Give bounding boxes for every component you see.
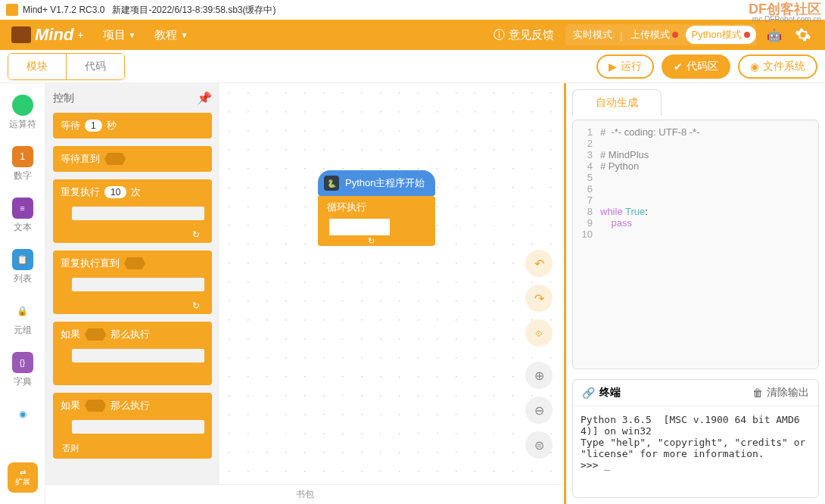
logo-icon (11, 26, 31, 43)
subbar: 模块 代码 ▶运行 ✔代码区 ◉文件系统 (0, 50, 825, 83)
mode-python[interactable]: Python模式 (686, 26, 756, 44)
cat-number[interactable]: 1数字 (12, 146, 33, 182)
settings-icon[interactable] (792, 24, 814, 45)
cat-label: 文本 (14, 221, 32, 234)
text-icon: ≡ (12, 198, 33, 219)
mode-realtime-label: 实时模式 (573, 28, 612, 42)
red-dot-icon (744, 32, 750, 38)
play-icon: ▶ (609, 61, 617, 73)
loop-arrow-icon: ↻ (363, 236, 379, 246)
cat-label: 运算符 (9, 118, 36, 131)
circle-icon: ◉ (750, 61, 759, 73)
cat-list[interactable]: 📋列表 (12, 249, 33, 285)
subtabs: 模块 代码 (8, 53, 125, 80)
block-mouth[interactable] (72, 278, 204, 291)
script-stack[interactable]: 🐍 Python主程序开始 循环执行 ↻ (318, 170, 435, 246)
clear-output-button[interactable]: 🗑 清除输出 (752, 386, 809, 400)
block-input[interactable]: 1 (85, 120, 102, 132)
hex-slot[interactable] (85, 328, 106, 341)
block-label: 秒 (107, 119, 117, 132)
app-name: Mind+ V1.7.2 RC3.0 (23, 5, 104, 15)
clear-label: 清除输出 (767, 386, 809, 400)
cat-text[interactable]: ≡文本 (12, 198, 33, 234)
set-icon: ◉ (12, 403, 33, 425)
hex-slot[interactable] (104, 153, 126, 165)
zoom-in-button[interactable]: ⊕ (525, 362, 553, 389)
menu-tutorial[interactable]: 教程 ▼ (154, 28, 188, 42)
filesystem-button[interactable]: ◉文件系统 (738, 54, 817, 79)
block-input[interactable]: 10 (104, 186, 126, 198)
cat-set[interactable]: ◉ (12, 403, 33, 425)
cat-tuple[interactable]: 🔒元组 (12, 300, 33, 337)
menu-tutorial-label: 教程 (154, 28, 177, 42)
block-palette: 控制 📌 等待 1 秒 等待直到 重复执行 10 次 ↻ 重复执行直到 (45, 83, 219, 504)
cat-label: 元组 (14, 324, 32, 337)
red-dot-icon (672, 32, 678, 38)
block-label: 如果 (61, 328, 80, 341)
loop-mouth[interactable] (329, 219, 390, 235)
block-if-else[interactable]: 如果 那么执行 否则 (53, 393, 212, 459)
autogen-tab[interactable]: 自动生成 (572, 89, 662, 116)
zoom-out-button[interactable]: ⊖ (525, 397, 553, 424)
mode-upload[interactable]: 上传模式 (623, 24, 686, 45)
block-label: 次 (131, 185, 141, 199)
logo[interactable]: Mind + (11, 25, 84, 45)
titlebar: Mind+ V1.7.2 RC3.0 新建项目-2022/6/13-8:39:5… (0, 0, 825, 20)
feedback-link[interactable]: ⓘ 意见反馈 (493, 28, 554, 42)
help-icon: ⓘ (493, 28, 505, 42)
robot-icon[interactable]: 🤖 (764, 24, 785, 45)
terminal-output[interactable]: Python 3.6.5 [MSC v.1900 64 bit AMD64)] … (573, 406, 818, 497)
zoom-controls: ⊕ ⊖ ⊜ (525, 362, 553, 459)
block-label: 如果 (61, 399, 80, 412)
block-wait-until[interactable]: 等待直到 (53, 146, 212, 172)
run-label: 运行 (621, 60, 642, 73)
code-view[interactable]: 1# -*- coding: UTF-8 -*-23# MindPlus4# P… (572, 120, 819, 369)
cat-dict[interactable]: {}字典 (12, 352, 33, 388)
forever-block[interactable]: 循环执行 ↻ (318, 196, 435, 246)
hat-block[interactable]: 🐍 Python主程序开始 (318, 170, 435, 196)
tab-blocks[interactable]: 模块 (8, 54, 67, 79)
code-area-button[interactable]: ✔代码区 (662, 54, 730, 79)
block-repeat[interactable]: 重复执行 10 次 ↻ (53, 179, 212, 243)
block-mouth[interactable] (72, 207, 204, 220)
trash-icon: 🗑 (752, 387, 763, 399)
project-name: 新建项目-2022/6/13-8:39:58.sb3(缓存中) (112, 4, 276, 17)
block-label: 那么执行 (111, 328, 150, 341)
block-label: 那么执行 (111, 399, 150, 412)
cat-operator[interactable]: 运算符 (9, 95, 36, 131)
tab-code[interactable]: 代码 (67, 54, 124, 79)
extension-button[interactable]: ⇄扩展 (8, 462, 38, 493)
mode-switcher: 实时模式 | 上传模式 Python模式 (565, 24, 756, 45)
mode-python-label: Python模式 (692, 28, 742, 42)
block-label: 等待 (61, 119, 80, 132)
crop-button[interactable]: ⟐ (525, 319, 553, 347)
menu-project[interactable]: 项目 ▼ (103, 28, 136, 42)
block-repeat-until[interactable]: 重复执行直到 ↻ (53, 250, 212, 314)
redo-button[interactable]: ↷ (525, 285, 553, 312)
palette-title: 控制 (53, 92, 74, 105)
zoom-reset-button[interactable]: ⊜ (525, 431, 553, 459)
block-mouth[interactable] (72, 420, 204, 434)
terminal-header: 🔗 终端 🗑 清除输出 (573, 380, 818, 406)
logo-text: Mind (35, 25, 73, 45)
hat-label: Python主程序开始 (345, 177, 425, 188)
run-button[interactable]: ▶运行 (596, 54, 654, 79)
undo-button[interactable]: ↶ (525, 250, 553, 277)
canvas[interactable]: 🐍 Python主程序开始 循环执行 ↻ ↶ ↷ ⟐ ⊕ ⊖ ⊜ (219, 83, 564, 504)
block-label: 重复执行 (61, 185, 100, 199)
loop-arrow-icon: ↻ (192, 229, 204, 243)
hex-slot[interactable] (124, 257, 145, 269)
plus-icon: ⇄ (20, 468, 26, 477)
mode-realtime[interactable]: 实时模式 (565, 24, 620, 45)
block-wait[interactable]: 等待 1 秒 (53, 113, 212, 138)
feedback-label: 意见反馈 (509, 28, 554, 42)
hex-slot[interactable] (85, 400, 106, 412)
block-mouth[interactable] (72, 349, 204, 362)
backpack-bar[interactable]: 书包 (45, 484, 564, 504)
cat-label: 数字 (14, 170, 32, 182)
number-icon: 1 (12, 146, 33, 167)
ext-label: 扩展 (15, 477, 30, 487)
block-if[interactable]: 如果 那么执行 (53, 322, 212, 385)
pin-icon[interactable]: 📌 (197, 91, 212, 105)
palette-header: 控制 📌 (53, 91, 212, 105)
